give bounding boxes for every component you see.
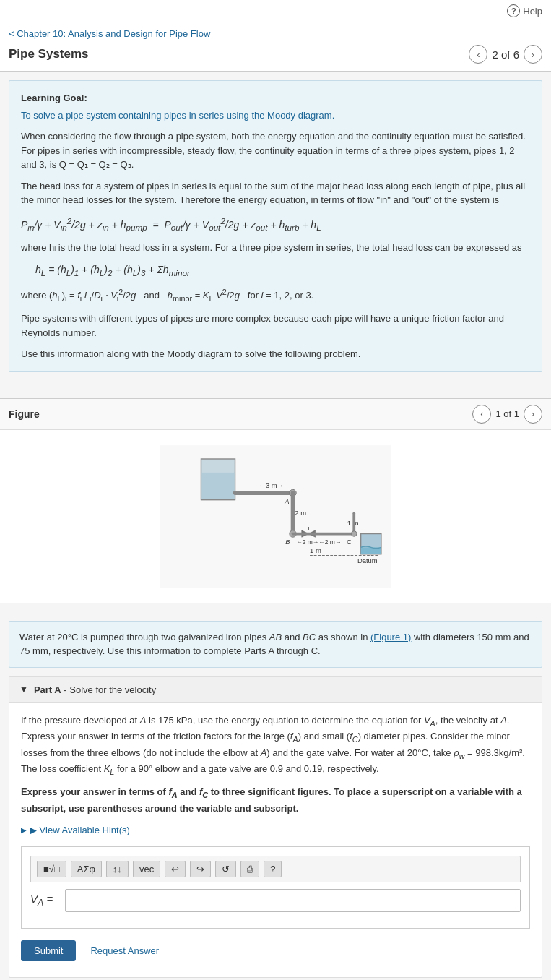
input-box-container: ■√□ ΑΣφ ↕↓ vec ↩ ↪ ↺ ⎙ ? VA = [21, 846, 530, 929]
learning-para6: Use this information along with the Mood… [21, 347, 530, 361]
hint-triangle: ▶ [21, 825, 27, 836]
svg-text:Datum: Datum [357, 556, 377, 564]
svg-text:A: A [284, 497, 289, 505]
svg-text:←2 m→←2 m→: ←2 m→←2 m→ [296, 538, 341, 546]
hint-label: ▶ View Available Hint(s) [30, 823, 130, 838]
help-label: Help [523, 6, 542, 17]
learning-box: Learning Goal: To solve a pipe system co… [9, 80, 542, 372]
svg-point-19 [351, 531, 357, 537]
pipe-diagram: ←3 m→ A 2 m B ←2 m→←2 m→ 1 m [160, 444, 391, 589]
problem-text: Water at 20°C is pumped through two galv… [19, 632, 370, 642]
chapter-bar: < Chapter 10: Analysis and Design for Pi… [0, 22, 551, 42]
goal-title: Learning Goal: [21, 91, 530, 106]
learning-para5: Pipe systems with different types of pip… [21, 311, 530, 340]
pagination: ‹ 2 of 6 › [469, 45, 542, 64]
svg-text:2 m: 2 m [295, 509, 306, 517]
toolbar-redo-btn[interactable]: ↪ [190, 861, 211, 877]
svg-text:C: C [346, 538, 351, 546]
top-bar: ? Help [0, 0, 551, 22]
figure-nav: ‹ 1 of 1 › [472, 405, 542, 424]
figure-content: ←3 m→ A 2 m B ←2 m→←2 m→ 1 m [0, 430, 551, 603]
part-a-body: If the pressure developed at A is 175 kP… [9, 703, 542, 977]
toolbar-help-btn[interactable]: ? [264, 861, 282, 877]
input-label: VA = [30, 890, 59, 910]
page-title: Pipe Systems [9, 47, 89, 61]
eq1-text: Pin/γ + Vin2/2g + zin + hpump = Pout/γ +… [21, 215, 321, 234]
request-answer-button[interactable]: Request Answer [83, 940, 166, 961]
answer-input[interactable] [65, 889, 521, 912]
prev-page-button[interactable]: ‹ [469, 45, 487, 64]
svg-text:B: B [285, 538, 290, 546]
part-a-section: ▼ Part A - Solve for the velocity If the… [9, 676, 542, 978]
svg-text:1 m: 1 m [310, 546, 321, 554]
help-icon: ? [507, 4, 520, 17]
part-a-arrow: ▼ [19, 684, 28, 695]
figure-count: 1 of 1 [495, 408, 519, 419]
math-toolbar: ■√□ ΑΣφ ↕↓ vec ↩ ↪ ↺ ⎙ ? [30, 856, 521, 882]
toolbar-undo-btn[interactable]: ↩ [165, 861, 186, 877]
toolbar-reset-btn[interactable]: ↺ [215, 861, 236, 877]
part-a-para2: Express your answer in terms of fA and f… [21, 785, 530, 816]
answer-row: VA = [30, 889, 521, 912]
learning-para2: The head loss for a system of pipes in s… [21, 179, 530, 207]
page-count: 2 of 6 [492, 48, 519, 61]
goal-subtitle: To solve a pipe system containing pipes … [21, 108, 530, 123]
learning-para3: where hₗ is the the total head loss in a… [21, 241, 530, 255]
page-header: Pipe Systems ‹ 2 of 6 › [0, 42, 551, 72]
part-a-title: Part A - Solve for the velocity [34, 684, 156, 695]
hl-equation: hL = (hL)1 + (hL)2 + (hL)3 + Σhminor [35, 262, 530, 279]
learning-para1: When considering the flow through a pipe… [21, 129, 530, 172]
submit-button[interactable]: Submit [21, 940, 76, 961]
action-row: Submit Request Answer [21, 937, 530, 967]
next-page-button[interactable]: › [524, 45, 542, 64]
figure-title: Figure [9, 408, 40, 420]
figure-header: Figure ‹ 1 of 1 › [0, 398, 551, 430]
toolbar-keyboard-btn[interactable]: ⎙ [240, 861, 259, 877]
svg-rect-0 [160, 445, 391, 588]
help-button[interactable]: ? Help [507, 4, 542, 17]
figure-prev-button[interactable]: ‹ [472, 405, 491, 424]
svg-text:←3 m→: ←3 m→ [259, 481, 284, 489]
learning-para4: where (hL)i = fi Li/Di ⋅ Vi2/2g and hmin… [21, 286, 530, 304]
part-a-header[interactable]: ▼ Part A - Solve for the velocity [9, 677, 542, 703]
figure1-link[interactable]: (Figure 1) [370, 632, 411, 642]
chapter-link[interactable]: < Chapter 10: Analysis and Design for Pi… [9, 28, 210, 39]
svg-rect-3 [201, 473, 234, 499]
figure-section: Figure ‹ 1 of 1 › ←3 m→ A 2 m [0, 398, 551, 603]
toolbar-sigma-btn[interactable]: ΑΣφ [71, 861, 102, 877]
toolbar-vec-btn[interactable]: vec [133, 861, 160, 877]
part-a-para1: If the pressure developed at A is 175 kP… [21, 713, 530, 778]
toolbar-sqrt-btn[interactable]: ■√□ [37, 861, 66, 877]
problem-statement: Water at 20°C is pumped through two galv… [9, 621, 542, 668]
toolbar-arrows-btn[interactable]: ↕↓ [106, 861, 129, 877]
hint-link[interactable]: ▶ ▶ View Available Hint(s) [21, 823, 530, 838]
figure-next-button[interactable]: › [524, 405, 542, 424]
energy-equation: Pin/γ + Vin2/2g + zin + hpump = Pout/γ +… [21, 215, 530, 234]
